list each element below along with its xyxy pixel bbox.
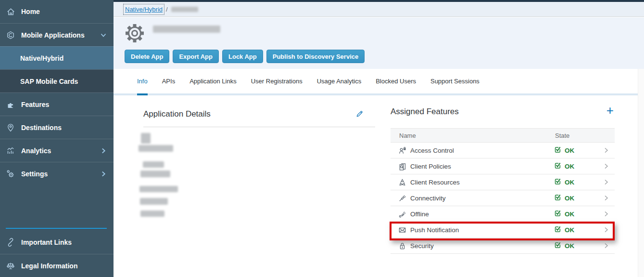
assigned-features-title: Assigned Features bbox=[391, 107, 459, 117]
column-header-state: State bbox=[555, 132, 569, 139]
feature-row-security[interactable]: Security OK bbox=[391, 238, 615, 254]
link-icon bbox=[6, 237, 15, 247]
sidebar-item-label: Legal Information bbox=[21, 262, 77, 270]
sidebar-item-label: Native/Hybrid bbox=[20, 54, 63, 62]
redacted-detail-avatar bbox=[141, 133, 151, 144]
sidebar-item-label: Features bbox=[21, 101, 49, 108]
mobile-applications-icon bbox=[6, 30, 15, 40]
feature-state-text: OK bbox=[565, 242, 574, 250]
feature-row-connectivity[interactable]: Connectivity OK bbox=[391, 190, 615, 206]
home-icon bbox=[6, 7, 15, 16]
chevron-right-icon bbox=[99, 146, 108, 155]
feature-state-text: OK bbox=[565, 195, 574, 202]
add-feature-icon[interactable]: + bbox=[606, 104, 614, 117]
chevron-right-icon bbox=[99, 170, 108, 178]
sidebar-item-legal-information[interactable]: Legal Information bbox=[0, 254, 114, 277]
tab-usage-analytics[interactable]: Usage Analytics bbox=[317, 69, 362, 95]
tab-info[interactable]: Info bbox=[137, 69, 148, 95]
feature-state: OK bbox=[554, 241, 574, 251]
features-icon bbox=[6, 100, 15, 109]
feature-row-push-notification[interactable]: Push Notification OK bbox=[391, 222, 615, 238]
feature-row-client-policies[interactable]: Client Policies OK bbox=[391, 158, 615, 174]
feature-name: Security bbox=[410, 242, 434, 250]
application-details-panel: Application Details bbox=[139, 105, 375, 127]
sidebar-item-mobile-applications[interactable]: Mobile Applications bbox=[0, 23, 114, 46]
sidebar-item-label: SAP Mobile Cards bbox=[20, 78, 78, 85]
sidebar-item-label: Important Links bbox=[21, 238, 72, 246]
gear-icon bbox=[124, 22, 146, 44]
feature-state: OK bbox=[554, 162, 574, 171]
export-app-button[interactable]: Export App bbox=[173, 50, 219, 63]
sidebar-item-label: Mobile Applications bbox=[21, 31, 85, 39]
sidebar-item-sap-mobile-cards[interactable]: SAP Mobile Cards bbox=[0, 69, 114, 92]
redacted-detail-value bbox=[140, 198, 168, 205]
sidebar-item-features[interactable]: Features bbox=[0, 92, 114, 116]
breadcrumb: Native/Hybrid / bbox=[114, 2, 644, 17]
lock-app-button[interactable]: Lock App bbox=[222, 50, 263, 63]
publish-to-discovery-service-button[interactable]: Publish to Discovery Service bbox=[266, 50, 365, 63]
tab-support-sessions[interactable]: Support Sessions bbox=[430, 69, 480, 95]
sidebar-footer: Important Links Legal Information bbox=[0, 228, 114, 277]
feature-name: Push Notification bbox=[410, 226, 459, 234]
sidebar-item-destinations[interactable]: Destinations bbox=[0, 116, 114, 139]
ok-state-icon bbox=[554, 178, 561, 187]
redacted-detail-value bbox=[140, 171, 170, 177]
redacted-app-name bbox=[153, 26, 220, 33]
redacted-breadcrumb-text bbox=[171, 7, 198, 12]
delete-app-button[interactable]: Delete App bbox=[125, 50, 169, 63]
sidebar-item-label: Home bbox=[21, 8, 40, 15]
tab-apis[interactable]: APIs bbox=[162, 69, 175, 95]
sidebar-item-label: Analytics bbox=[21, 147, 51, 155]
tab-application-links[interactable]: Application Links bbox=[189, 69, 237, 95]
analytics-icon bbox=[6, 146, 15, 156]
scales-icon bbox=[6, 261, 15, 271]
chevron-right-icon bbox=[602, 242, 610, 250]
sidebar-divider bbox=[6, 228, 107, 229]
sidebar-item-native-hybrid[interactable]: Native/Hybrid bbox=[0, 46, 114, 69]
destinations-icon bbox=[6, 123, 15, 132]
ok-state-icon bbox=[554, 241, 561, 251]
pencil-icon[interactable] bbox=[355, 110, 364, 118]
sidebar-item-settings[interactable]: Settings bbox=[0, 162, 114, 185]
sap-mobile-services-window: Home Mobile Applications Native/Hybrid S… bbox=[0, 0, 644, 277]
application-details-header: Application Details bbox=[143, 105, 375, 127]
feature-state-text: OK bbox=[565, 163, 574, 170]
chevron-right-icon bbox=[602, 210, 610, 218]
redacted-detail-label bbox=[143, 161, 164, 168]
tab-blocked-users[interactable]: Blocked Users bbox=[376, 69, 416, 95]
content-area: Native/Hybrid / Delete App bbox=[114, 0, 644, 277]
assigned-features-header: Assigned Features + bbox=[391, 107, 615, 128]
sidebar: Home Mobile Applications Native/Hybrid S… bbox=[0, 0, 114, 277]
feature-state: OK bbox=[554, 178, 574, 187]
sidebar-item-important-links[interactable]: Important Links bbox=[0, 231, 114, 254]
main-panel: Application Details bbox=[114, 95, 644, 277]
chevron-down-icon bbox=[99, 31, 108, 40]
scrollbar-track[interactable] bbox=[638, 69, 644, 277]
feature-name: Access Control bbox=[410, 147, 454, 154]
feature-row-client-resources[interactable]: Client Resources OK bbox=[391, 174, 615, 190]
chevron-right-icon bbox=[602, 162, 610, 170]
sidebar-item-home[interactable]: Home bbox=[0, 0, 114, 23]
offline-icon bbox=[398, 210, 406, 218]
feature-state-text: OK bbox=[565, 179, 574, 186]
settings-icon bbox=[6, 169, 15, 179]
feature-row-offline[interactable]: Offline OK bbox=[391, 206, 615, 222]
redacted-detail-label bbox=[139, 186, 178, 192]
chevron-right-icon bbox=[602, 146, 610, 154]
ok-state-icon bbox=[554, 194, 561, 203]
sidebar-item-analytics[interactable]: Analytics bbox=[0, 139, 114, 162]
ok-state-icon bbox=[554, 210, 561, 219]
redacted-detail-text bbox=[139, 145, 173, 152]
tab-user-registrations[interactable]: User Registrations bbox=[251, 69, 303, 95]
header-actions: Delete App Export App Lock App Publish t… bbox=[125, 50, 365, 63]
tab-bar: Info APIs Application Links User Registr… bbox=[114, 69, 638, 95]
breadcrumb-link-native-hybrid[interactable]: Native/Hybrid bbox=[125, 6, 163, 13]
connectivity-icon bbox=[398, 194, 406, 202]
chevron-right-icon bbox=[602, 178, 610, 186]
feature-row-access-control[interactable]: Access Control OK bbox=[391, 143, 615, 158]
app-header: Delete App Export App Lock App Publish t… bbox=[114, 17, 644, 69]
client-resources-icon bbox=[398, 178, 406, 186]
features-table-header: Name State bbox=[391, 128, 615, 143]
chevron-right-icon bbox=[602, 194, 610, 202]
chevron-right-icon bbox=[602, 226, 610, 234]
